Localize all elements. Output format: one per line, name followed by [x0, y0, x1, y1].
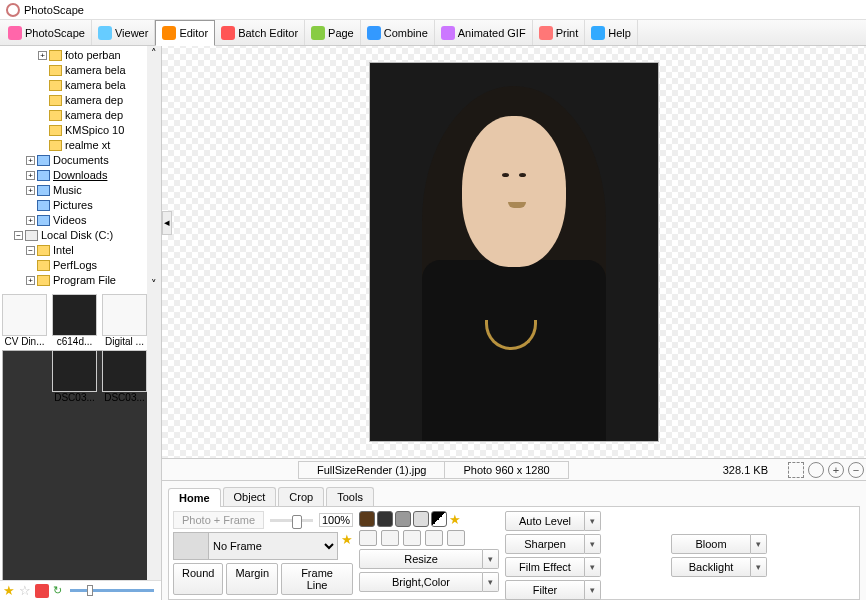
status-bar: FullSizeRender (1).jpg Photo 960 x 1280 … — [162, 458, 866, 480]
bright-color-dropdown[interactable] — [483, 572, 499, 592]
toolbar-help[interactable]: Help — [585, 20, 638, 45]
tree-item[interactable]: kamera bela — [2, 63, 159, 78]
bloom-button[interactable]: Bloom — [671, 534, 751, 554]
swatch-gray[interactable] — [395, 511, 411, 527]
tree-item[interactable]: PerfLogs — [2, 258, 159, 273]
swatch-sepia[interactable] — [359, 511, 375, 527]
toolbar-combine[interactable]: Combine — [361, 20, 435, 45]
star-icon[interactable]: ★ — [3, 583, 15, 598]
fit-icon[interactable] — [788, 462, 804, 478]
status-filesize: 328.1 KB — [705, 462, 786, 478]
zoom-in-icon[interactable]: + — [828, 462, 844, 478]
slider-control[interactable] — [70, 589, 154, 592]
tree-item[interactable]: +foto perban — [2, 48, 159, 63]
auto-level-dropdown[interactable] — [585, 511, 601, 531]
toolbar-photoscape[interactable]: PhotoScape — [2, 20, 92, 45]
sort-icon[interactable] — [35, 584, 49, 598]
image-canvas[interactable]: ◂ — [162, 46, 866, 458]
toolbar-batch-editor[interactable]: Batch Editor — [215, 20, 305, 45]
auto-level-button[interactable]: Auto Level — [505, 511, 585, 531]
tree-item[interactable]: −Local Disk (C:) — [2, 228, 159, 243]
sharpen-dropdown[interactable] — [585, 534, 601, 554]
tree-item[interactable]: kamera dep — [2, 93, 159, 108]
zoom-value: 100% — [319, 513, 353, 527]
tree-item[interactable]: +Music — [2, 183, 159, 198]
tree-item[interactable]: KMSpico 10 — [2, 123, 159, 138]
toolbar-print[interactable]: Print — [533, 20, 586, 45]
backlight-button[interactable]: Backlight — [671, 557, 751, 577]
target-icon[interactable] — [808, 462, 824, 478]
bright-color-button[interactable]: Bright,Color — [359, 572, 483, 592]
tree-item[interactable]: +Program File — [2, 273, 159, 288]
swatch-light[interactable] — [413, 511, 429, 527]
resize-dropdown[interactable] — [483, 549, 499, 569]
scroll-down-icon[interactable]: ˅ — [151, 277, 157, 292]
editor-panel: HomeObjectCropTools Photo + Frame 100% N… — [162, 480, 866, 600]
margin-button[interactable]: Margin — [226, 563, 278, 595]
tree-scrollbar[interactable]: ˄ ˅ — [147, 46, 161, 292]
rotate-right-icon[interactable] — [381, 530, 399, 546]
thumbnail[interactable]: dindaa... — [2, 350, 47, 580]
refresh-icon[interactable]: ↻ — [53, 584, 62, 597]
swatch-dark[interactable] — [377, 511, 393, 527]
right-panel: ◂ FullSizeRender (1).jpg Photo 960 x 128… — [162, 46, 866, 600]
thumbnail[interactable]: DSC03... — [102, 350, 147, 580]
tree-item[interactable]: Pictures — [2, 198, 159, 213]
round-button[interactable]: Round — [173, 563, 223, 595]
editor-tab-home[interactable]: Home — [168, 488, 221, 507]
left-bottom-bar: ★ ☆ ↻ — [0, 580, 161, 600]
tree-item[interactable]: +Downloads — [2, 168, 159, 183]
swatch-favorite-icon[interactable]: ★ — [449, 512, 461, 527]
tree-item[interactable]: +Videos — [2, 213, 159, 228]
toolbar-viewer[interactable]: Viewer — [92, 20, 155, 45]
current-photo[interactable] — [369, 62, 659, 442]
photo-frame-button[interactable]: Photo + Frame — [173, 511, 264, 529]
flip-v-icon[interactable] — [425, 530, 443, 546]
rotate-left-icon[interactable] — [359, 530, 377, 546]
backlight-dropdown[interactable] — [751, 557, 767, 577]
frame-favorite-icon[interactable]: ★ — [341, 532, 353, 547]
film-effect-button[interactable]: Film Effect — [505, 557, 585, 577]
app-title: PhotoScape — [24, 4, 84, 16]
editor-body: Photo + Frame 100% No Frame ★ Round Marg… — [168, 506, 860, 600]
thumbnail[interactable]: c614d... — [52, 294, 97, 347]
zoom-out-icon[interactable]: − — [848, 462, 864, 478]
toolbar-page[interactable]: Page — [305, 20, 361, 45]
toolbar-animated-gif[interactable]: Animated GIF — [435, 20, 533, 45]
scroll-up-icon[interactable]: ˄ — [151, 46, 157, 61]
folder-tree[interactable]: +foto perbankamera belakamera belakamera… — [0, 46, 161, 292]
tree-item[interactable]: kamera dep — [2, 108, 159, 123]
frame-line-button[interactable]: Frame Line — [281, 563, 353, 595]
collapse-left-icon[interactable]: ◂ — [162, 211, 172, 235]
bloom-dropdown[interactable] — [751, 534, 767, 554]
filter-dropdown[interactable] — [585, 580, 601, 600]
thumbnail-grid: CV Din...c614d...Digital ...dindaa...DSC… — [2, 294, 159, 580]
toolbar-editor[interactable]: Editor — [155, 20, 215, 46]
frame-select[interactable]: No Frame — [209, 532, 338, 560]
filter-button[interactable]: Filter — [505, 580, 585, 600]
thumbs-scrollbar[interactable] — [147, 292, 161, 580]
rotate-free-icon[interactable] — [447, 530, 465, 546]
thumbnail[interactable]: DSC03... — [52, 350, 97, 580]
thumbnail[interactable]: CV Din... — [2, 294, 47, 347]
thumbnail-panel: CV Din...c614d...Digital ...dindaa...DSC… — [0, 292, 161, 580]
thumbnail[interactable]: Digital ... — [102, 294, 147, 347]
editor-tab-crop[interactable]: Crop — [278, 487, 324, 506]
swatch-bw[interactable] — [431, 511, 447, 527]
tree-item[interactable]: kamera bela — [2, 78, 159, 93]
star-outline-icon[interactable]: ☆ — [19, 583, 31, 598]
editor-tab-object[interactable]: Object — [223, 487, 277, 506]
frame-preview — [173, 532, 209, 560]
tree-item[interactable]: −Intel — [2, 243, 159, 258]
flip-h-icon[interactable] — [403, 530, 421, 546]
film-effect-dropdown[interactable] — [585, 557, 601, 577]
resize-button[interactable]: Resize — [359, 549, 483, 569]
title-bar: PhotoScape — [0, 0, 866, 20]
editor-tab-tools[interactable]: Tools — [326, 487, 374, 506]
left-panel: +foto perbankamera belakamera belakamera… — [0, 46, 162, 600]
tree-item[interactable]: +Documents — [2, 153, 159, 168]
sharpen-button[interactable]: Sharpen — [505, 534, 585, 554]
transform-icons — [359, 530, 499, 546]
frame-slider[interactable] — [270, 519, 313, 522]
tree-item[interactable]: realme xt — [2, 138, 159, 153]
